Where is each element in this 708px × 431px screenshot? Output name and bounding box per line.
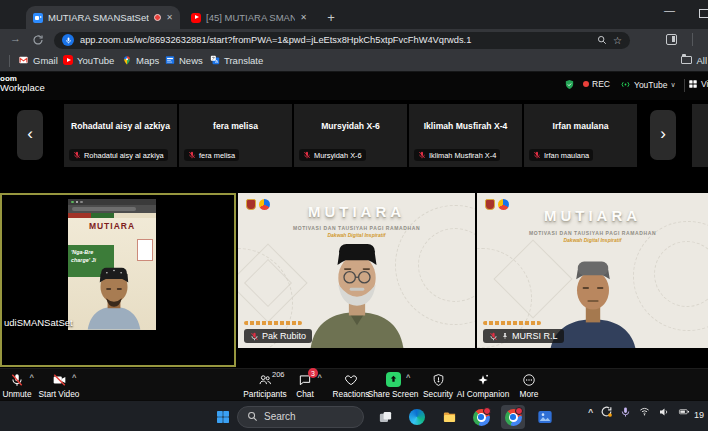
header-divider [684,79,685,92]
share-options-caret[interactable]: ^ [406,373,410,382]
ai-sparkle-icon [476,373,490,387]
tray-expand-chevron[interactable]: ^ [588,407,593,417]
all-bookmarks-button[interactable]: All B [681,55,708,66]
bookmark-star-icon[interactable]: ☆ [613,35,622,46]
zoom-workplace-logo: oom Workplace [0,75,45,93]
news-icon [165,55,175,65]
muted-mic-icon [10,373,24,387]
start-video-label: Start Video [39,389,80,399]
chat-button[interactable]: 3 ^ Chat [288,372,322,399]
video-stage: MUTIARA 'Nga-Bre charge' Ji [0,172,708,368]
participant-name-label: Irfan maulana [544,151,589,160]
participant-name-tag: Iklimah Musfirah X-4 [414,149,500,161]
windows-taskbar: Search [0,400,708,431]
all-bookmarks-label: All B [696,55,708,66]
filmstrip-tile[interactable]: Iklimah Musfirah X-4 Iklimah Musfirah X-… [409,104,522,167]
participant-name-tag: fera melisa [184,149,239,161]
more-button[interactable]: More [512,372,546,399]
volume-icon[interactable] [658,406,670,418]
wifi-icon[interactable] [638,406,651,417]
background-title: MUTIARA [477,207,708,224]
filmstrip-tile[interactable]: Irfan maulana Irfan maulana [524,104,637,167]
start-video-button[interactable]: ^ Start Video [30,372,88,399]
video-tile-host[interactable]: MUTIARA 'Nga-Bre charge' Ji [0,193,236,367]
window-minimize-button[interactable]: — [664,4,675,16]
participant-name: Mursyidah X-6 [295,121,406,131]
browser-toolbar: → app.zoom.us/wc/86932632881/start?fromP… [0,29,708,51]
photos-button[interactable] [533,405,557,429]
more-icon [522,373,536,387]
meeting-security-status[interactable] [564,79,575,90]
file-explorer-button[interactable] [437,405,461,429]
background-tagline: Dakwah Digital Inspiratif [477,237,708,243]
live-broadcast-icon [620,79,631,90]
share-screen-button[interactable]: ^ Share Screen [362,372,424,399]
bookmark-news[interactable]: News [165,55,203,66]
browser-tab-zoom[interactable]: MUTIARA SMANSatSet ✕ [26,6,180,29]
ai-companion-button[interactable]: AI Companion [452,372,514,399]
participants-count: 206 [272,370,285,379]
filmstrip-tile[interactable]: fera melisa fera melisa [179,104,292,167]
folder-icon [681,56,692,64]
bookmark-gmail[interactable]: Gmail [18,55,58,66]
view-button[interactable]: View [688,79,708,89]
start-button[interactable] [211,405,235,429]
window-maximize-button[interactable] [699,9,708,18]
filmstrip-tile[interactable]: Mursyidah X-6 Mursyidah X-6 [294,104,407,167]
sync-status-icon[interactable] [600,405,613,418]
zoom-level-icon[interactable] [597,35,607,45]
live-stream-indicator[interactable]: YouTube ∨ [620,79,676,90]
filmstrip-partial-tile [692,104,708,167]
bookmark-maps[interactable]: Maps [122,55,159,66]
task-view-button[interactable] [373,405,397,429]
taskbar-search[interactable]: Search [237,406,364,428]
tab-close-icon[interactable]: ✕ [300,13,307,22]
participants-label: Participants [243,389,286,399]
video-options-caret[interactable]: ^ [72,373,76,382]
windows-start-icon [215,409,231,425]
muted-mic-icon [250,332,259,341]
participant-name-tag: Irfan maulana [529,149,593,161]
filmstrip-tile[interactable]: Rohadatul aisy al azkiya Rohadatul aisy … [64,104,177,167]
tray-mic-icon[interactable] [620,406,631,418]
battery-icon[interactable] [677,406,691,417]
view-label: View [701,79,708,89]
new-tab-button[interactable]: + [322,8,340,26]
participants-button[interactable]: 206 Participants [236,372,294,399]
forward-icon[interactable]: → [10,32,21,44]
chrome-icon [505,409,522,426]
bookmark-youtube[interactable]: YouTube [63,55,114,66]
tab-title: [45] MUTIARA SMANSatSet Da [206,12,295,23]
security-label: Security [423,389,453,399]
muted-mic-icon [188,151,196,159]
browser-tab-youtube[interactable]: [45] MUTIARA SMANSatSet Da ✕ [184,6,314,29]
youtube-icon [63,55,73,65]
ai-companion-label: AI Companion [457,389,510,399]
toolbar-divider [692,33,693,46]
chrome-button[interactable] [469,405,493,429]
rec-label: REC [592,79,610,89]
filmstrip-next-button[interactable]: › [650,110,676,160]
tab-close-icon[interactable]: ✕ [166,13,173,22]
bookmark-label: Gmail [33,55,58,66]
video-tile-participant[interactable]: MUTIARA MOTIVASI DAN TAUSIYAH PAGI RAMAD… [477,193,708,367]
gmail-icon [18,55,29,65]
browser-tabstrip: MUTIARA SMANSatSet ✕ [45] MUTIARA SMANSa… [0,0,708,29]
video-tile-speaker[interactable]: MUTIARA MOTIVASI DAN TAUSIYAH PAGI RAMAD… [238,193,475,367]
taskbar-clock[interactable]: 19 [694,410,708,420]
video-off-icon [52,373,67,387]
site-mic-permission-icon[interactable] [62,34,74,46]
reload-icon[interactable] [32,34,44,46]
chrome-active-button[interactable] [501,405,525,429]
url-bar[interactable]: app.zoom.us/wc/86932632881/start?fromPWA… [54,32,630,49]
filmstrip-prev-button[interactable]: ‹ [17,110,43,160]
edge-button[interactable] [405,405,429,429]
zoom-toolbar: ^ Unmute ^ Start Video 206 Participants [0,368,708,400]
chevron-down-icon: ∨ [670,81,675,89]
url-text[interactable]: app.zoom.us/wc/86932632881/start?fromPWA… [80,35,591,45]
side-panel-icon[interactable] [666,34,677,45]
search-placeholder: Search [264,411,296,422]
pin-icon [501,332,509,340]
chat-options-caret[interactable]: ^ [318,373,322,382]
bookmark-translate[interactable]: Translate [210,55,263,66]
